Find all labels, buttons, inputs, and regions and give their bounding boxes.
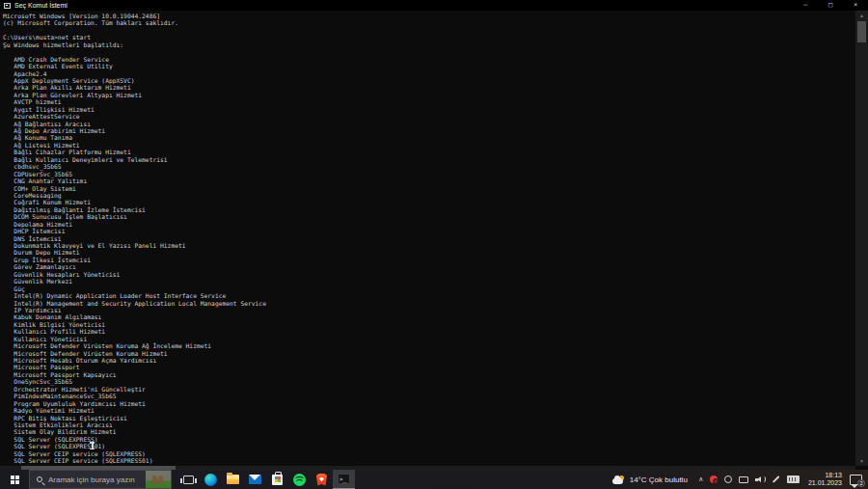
hidden-icons-chevron[interactable]: ∧ [698,475,703,483]
console-line: AMD Crash Defender Service [3,56,855,63]
scroll-down-arrow-icon[interactable]: ▼ [855,456,868,466]
console-line: RPC Bitiş Noktası Eşleştiricisi [3,415,855,421]
cloudy-weather-icon [612,475,626,484]
pen-icon[interactable] [772,478,780,480]
console-line: Güvenlik Hesapları Yöneticisi [3,271,855,278]
console-line: DCOM Sunucusu İşlem Başlatıcısı [3,213,855,220]
taskbar-item-file-explorer[interactable] [222,470,244,489]
command-prompt-window: Seç Komut İstemi – □ ✕ Microsoft Windows… [0,0,868,470]
console-line: Microsoft Defender Virüsten Koruma Hizme… [3,350,855,357]
edge-icon [204,474,217,486]
console-line: Depolama Hizmeti [3,221,855,228]
minimize-button[interactable]: – [793,0,818,11]
console-line: Kimlik Bilgisi Yöneticisi [3,321,855,328]
volume-icon[interactable] [755,475,765,483]
console-line: Arka Plan Görevleri Altyapı Hizmeti [3,92,855,98]
console-line: Şu Windows hizmetleri başlatıldı: [3,41,855,48]
taskbar: Aramak için buraya yazın >_ [0,470,868,489]
taskbar-item-spotify[interactable] [288,470,311,489]
console-line [3,27,855,34]
text-ibeam-cursor [90,442,95,449]
tray-red-status-icon[interactable] [710,475,718,483]
console-line: Arka Plan Akıllı Aktarım Hizmeti [3,84,855,91]
console-line: Durum Depo Hizmeti [3,249,855,256]
console-line: Kullanıcı Profili Hizmeti [3,328,855,335]
console-line: SQL Server CEIP service (SQLEXPRESS) [3,450,855,457]
console-line: Ağ Bağlantısı Aracısı [3,121,855,127]
task-view-icon [183,475,194,484]
console-output[interactable]: Microsoft Windows [Version 10.0.19044.24… [0,11,855,466]
console-line: SQL Server (SQLEXPRESS) [3,436,855,443]
console-line: C:\Users\musta>net start [3,34,855,41]
taskbar-item-brave[interactable] [311,470,333,489]
search-placeholder: Aramak için buraya yazın [48,475,135,484]
console-line: Dokunmatik Klavyeyi ve El Yazısı Paneli … [3,242,855,249]
weather-label: 14°C Çok bulutlu [630,475,688,484]
file-explorer-icon [227,475,239,484]
console-line: Dağıtılmış Bağlantı İzleme İstemcisi [3,206,855,213]
console-line [3,48,855,55]
taskbar-item-mail[interactable] [244,470,266,489]
weather-widget[interactable]: 14°C Çok bulutlu [612,475,688,484]
taskbar-item-command-prompt-active[interactable]: >_ [333,470,355,489]
task-view-button[interactable] [177,470,200,489]
console-line: DNS İstemcisi [3,235,855,242]
console-line: Ağ Depo Arabirimi Hizmeti [3,127,855,134]
close-button[interactable]: ✕ [843,0,868,11]
console-line: Sistem Etkinlikleri Aracısı [3,421,855,428]
console-line: AppX Deployment Service (AppXSVC) [3,77,855,84]
vertical-scrollbar-thumb[interactable] [857,21,866,42]
console-line: Intel(R) Management and Security Applica… [3,300,855,307]
window-titlebar[interactable]: Seç Komut İstemi – □ ✕ [0,0,868,11]
console-line: Radyo Yönetimi Hizmeti [3,407,855,414]
console-line: (c) Microsoft Corporation. Tüm hakları s… [3,19,855,26]
spotify-icon [293,474,306,486]
console-line: Aygıt İlişkisi Hizmeti [3,106,855,113]
console-line: Microsoft Passport [3,364,855,370]
console-line: Microsoft Windows [Version 10.0.19044.24… [3,13,855,19]
console-line: AzureAttestService [3,113,855,120]
console-line: Kullanıcı Yöneticisi [3,336,855,342]
console-line: Güvenlik Merkezi [3,278,855,285]
console-line: AMD External Events Utility [3,63,855,69]
scroll-up-arrow-icon[interactable]: ▲ [855,11,868,20]
clock[interactable]: 18:13 21.01.2023 [808,472,842,487]
microsoft-store-icon [272,475,283,485]
console-line: Bağlı Kullanıcı Deneyimleri ve Telemetri… [3,156,855,163]
console-line: Bağlı Cihazlar Platformu Hizmeti [3,149,855,155]
clock-date: 21.01.2023 [808,479,842,487]
console-line: Grup İlkesi İstemcisi [3,257,855,263]
console-line: Microsoft Defender Virüsten Koruma Ağ İn… [3,342,855,349]
console-line: CNG Anahtar Yalıtımı [3,177,855,184]
tray-app-icon[interactable] [724,475,732,483]
search-input[interactable]: Aramak için buraya yazın [29,470,172,489]
cmd-window-icon [4,3,11,9]
console-line: Intel(R) Dynamic Application Loader Host… [3,292,855,299]
console-line: Görev Zamanlayıcı [3,263,855,270]
console-line: OneSyncSvc_35b65 [3,378,855,385]
search-highlight-image[interactable] [146,471,171,488]
notification-badge: 2 [857,479,865,487]
vertical-scrollbar[interactable]: ▲ ▼ [855,11,868,466]
console-line: IP Yardımcısı [3,307,855,313]
action-center-icon[interactable]: 2 [850,475,862,485]
console-line: Apache2.4 [3,70,855,77]
console-line: Coğrafi Konum Hizmeti [3,199,855,205]
taskbar-item-edge[interactable] [200,470,222,489]
brave-icon [316,474,327,486]
maximize-button[interactable]: □ [818,0,843,11]
touch-keyboard-icon[interactable] [787,475,800,483]
console-line: DHCP İstemcisi [3,228,855,234]
console-line: CoreMessaging [3,192,855,199]
console-line: COM+ Olay Sistemi [3,185,855,192]
command-prompt-icon: >_ [338,474,350,484]
start-button[interactable] [0,470,29,489]
network-icon[interactable] [739,476,748,483]
console-line: Orchestrator Hizmeti'ni Güncelleştir [3,386,855,393]
console-line: Ağ Listesi Hizmeti [3,142,855,149]
console-line: Microsoft Hesabı Oturum Açma Yardımcısı [3,357,855,364]
taskbar-item-store[interactable] [266,470,288,489]
console-line: Microsoft Passport Kapsayıcı [3,371,855,378]
console-line: PimIndexMaintenanceSvc_35b65 [3,393,855,399]
console-line: AVCTP hizmeti [3,98,855,105]
